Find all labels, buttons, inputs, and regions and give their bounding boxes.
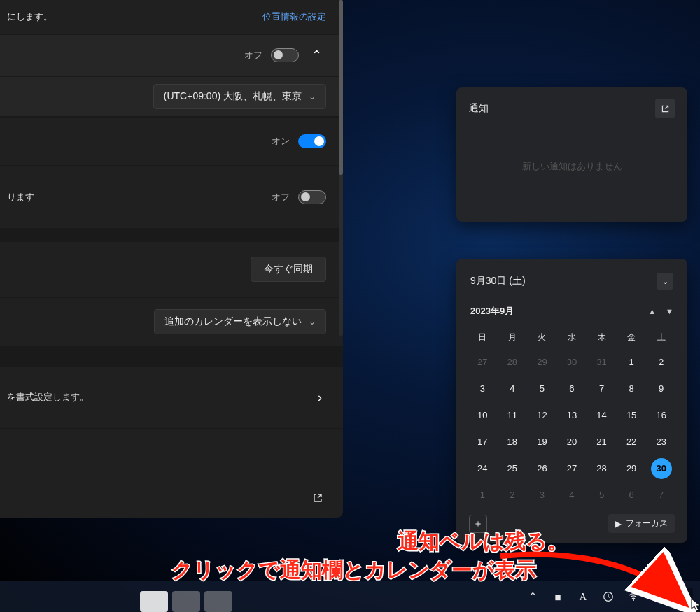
tray-overflow-chevron[interactable]: ⌃ xyxy=(524,588,542,606)
settings-toggle-row-2: オン xyxy=(0,118,343,166)
calendar-weekday-row: 日月火水木金土 xyxy=(469,326,675,350)
calendar-day-cell[interactable]: 15 xyxy=(621,405,642,426)
taskbar-app-2[interactable] xyxy=(172,591,200,612)
calendar-day-cell[interactable]: 4 xyxy=(561,485,582,506)
svg-point-1 xyxy=(633,599,634,601)
calendar-day-cell[interactable]: 7 xyxy=(651,485,672,506)
timezone-dropdown[interactable]: (UTC+09:00) 大阪、札幌、東京 ⌄ xyxy=(153,84,326,109)
sync-row: 今すぐ同期 xyxy=(0,242,343,298)
additional-calendars-value: 追加のカレンダーを表示しない xyxy=(164,315,302,328)
calendar-day-cell[interactable]: 12 xyxy=(531,405,552,426)
location-settings-link[interactable]: 位置情報の設定 xyxy=(262,10,326,23)
calendar-day-cell[interactable]: 9 xyxy=(651,378,672,399)
taskbar-app-1[interactable] xyxy=(140,591,168,612)
calendar-day-cell[interactable]: 17 xyxy=(472,432,493,453)
calendar-day-cell[interactable]: 4 xyxy=(502,378,523,399)
calendar-day-cell[interactable]: 23 xyxy=(651,432,672,453)
calendar-day-cell[interactable]: 18 xyxy=(502,432,523,453)
calendar-day-cell[interactable]: 2 xyxy=(502,485,523,506)
timezone-row: (UTC+09:00) 大阪、札幌、東京 ⌄ xyxy=(0,77,343,118)
calendar-day-cell[interactable]: 1 xyxy=(472,485,493,506)
focus-button[interactable]: ▶ フォーカス xyxy=(608,514,675,533)
calendar-day-cell[interactable]: 25 xyxy=(502,458,523,479)
calendar-day-cell[interactable]: 3 xyxy=(472,378,493,399)
focus-label: フォーカス xyxy=(626,518,668,529)
chevron-down-icon: ⌄ xyxy=(309,317,316,327)
calendar-day-cell[interactable]: 19 xyxy=(531,432,552,453)
calendar-day-cell[interactable]: 30 xyxy=(651,458,672,479)
calendar-day-cell[interactable]: 26 xyxy=(531,458,552,479)
calendar-day-cell[interactable]: 20 xyxy=(561,432,582,453)
play-icon: ▶ xyxy=(615,519,622,529)
expand-chevron-up[interactable]: ⌃ xyxy=(307,45,326,66)
format-desc: を書式設定します。 xyxy=(7,391,89,404)
calendar-day-cell[interactable]: 8 xyxy=(621,378,642,399)
taskbar-app-3[interactable] xyxy=(204,591,232,612)
settings-toggle-row-1: オフ ⌃ xyxy=(0,35,343,77)
calendar-day-cell[interactable]: 5 xyxy=(592,485,612,506)
calendar-day-cell[interactable]: 2 xyxy=(651,352,672,373)
ime-indicator[interactable]: A xyxy=(574,588,592,606)
calendar-day-cell[interactable]: 27 xyxy=(472,352,493,373)
scrollbar-thumb[interactable] xyxy=(339,0,343,175)
format-row[interactable]: を書式設定します。 › xyxy=(0,367,343,429)
calendar-day-cell[interactable]: 1 xyxy=(621,352,642,373)
calendar-day-cell[interactable]: 3 xyxy=(531,485,552,506)
calendar-day-cell[interactable]: 10 xyxy=(472,405,493,426)
annotation-line-2: クリックで通知欄とカレンダーが表示 xyxy=(7,556,700,585)
notification-empty-text: 新しい通知はありません xyxy=(469,160,675,173)
calendar-day-cell[interactable]: 21 xyxy=(592,432,612,453)
taskbar-app-group xyxy=(140,591,232,612)
volume-icon[interactable] xyxy=(650,588,668,606)
calendar-day-cell[interactable]: 16 xyxy=(651,405,672,426)
calendar-dow-cell: 日 xyxy=(469,326,496,350)
calendar-day-cell[interactable]: 6 xyxy=(621,485,642,506)
calendar-flyout: 9月30日 (土) ⌄ 2023年9月 ▲ ▼ 日月火水木金土 27282930… xyxy=(456,259,687,543)
notification-expand-button[interactable] xyxy=(655,99,675,118)
calendar-day-cell[interactable]: 24 xyxy=(472,458,493,479)
additional-calendars-row: 追加のカレンダーを表示しない ⌄ xyxy=(0,298,343,347)
calendar-day-cell[interactable]: 11 xyxy=(502,405,523,426)
settings-header-row: にします。 位置情報の設定 xyxy=(0,0,343,35)
additional-calendars-dropdown[interactable]: 追加のカレンダーを表示しない ⌄ xyxy=(154,309,326,334)
toggle3[interactable] xyxy=(298,190,326,204)
calendar-day-cell[interactable]: 13 xyxy=(561,405,582,426)
calendar-month-label[interactable]: 2023年9月 xyxy=(470,305,514,318)
calendar-dow-cell: 土 xyxy=(648,326,675,350)
sync-now-button[interactable]: 今すぐ同期 xyxy=(251,257,326,282)
calendar-full-date: 9月30日 (土) xyxy=(470,275,526,287)
add-event-button[interactable]: ＋ xyxy=(469,515,487,533)
mouse-cursor xyxy=(691,598,700,612)
timezone-value: (UTC+09:00) 大阪、札幌、東京 xyxy=(164,90,302,103)
calendar-day-cell[interactable]: 29 xyxy=(621,458,642,479)
calendar-dow-cell: 金 xyxy=(618,326,645,350)
calendar-day-cell[interactable]: 22 xyxy=(621,432,642,453)
calendar-day-cell[interactable]: 6 xyxy=(561,378,582,399)
settings-header-text: にします。 xyxy=(7,10,52,23)
toggle2-label: オン xyxy=(272,135,290,148)
toggle2[interactable] xyxy=(298,134,326,148)
open-external-icon[interactable] xyxy=(312,492,323,506)
calendar-collapse-button[interactable]: ⌄ xyxy=(657,273,673,290)
calendar-day-cell[interactable]: 28 xyxy=(502,352,523,373)
calendar-day-cell[interactable]: 14 xyxy=(592,405,612,426)
calendar-dow-cell: 木 xyxy=(588,326,615,350)
calendar-days-grid: 2728293031123456789101112131415161718192… xyxy=(469,350,675,507)
calendar-day-cell[interactable]: 31 xyxy=(592,352,612,373)
tray-app-icon[interactable]: ■ xyxy=(549,588,567,606)
calendar-day-cell[interactable]: 7 xyxy=(592,378,612,399)
calendar-day-cell[interactable]: 28 xyxy=(592,458,612,479)
calendar-dow-cell: 水 xyxy=(559,326,586,350)
calendar-dow-cell: 月 xyxy=(499,326,526,350)
calendar-day-cell[interactable]: 30 xyxy=(561,352,582,373)
toggle3-label: オフ xyxy=(272,191,290,204)
tray-clock-icon[interactable] xyxy=(599,588,617,606)
calendar-day-cell[interactable]: 29 xyxy=(531,352,552,373)
calendar-next-month[interactable]: ▼ xyxy=(666,307,673,315)
calendar-day-cell[interactable]: 27 xyxy=(561,458,582,479)
toggle1[interactable] xyxy=(271,48,299,62)
calendar-prev-month[interactable]: ▲ xyxy=(648,307,656,315)
calendar-day-cell[interactable]: 5 xyxy=(531,378,552,399)
notification-title: 通知 xyxy=(469,102,489,115)
wifi-icon[interactable] xyxy=(624,588,643,606)
